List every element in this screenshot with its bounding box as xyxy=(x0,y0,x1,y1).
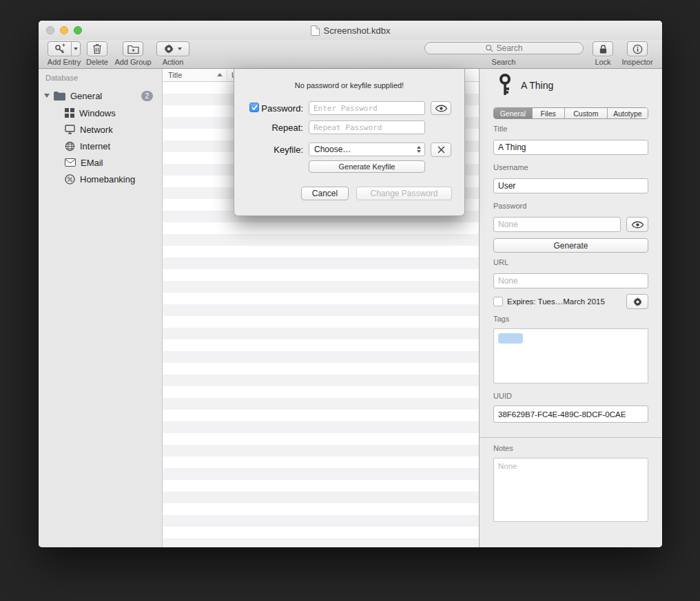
search-icon xyxy=(485,44,493,52)
key-icon xyxy=(496,73,514,96)
clear-keyfile-button[interactable] xyxy=(431,143,451,157)
search-label: Search xyxy=(481,58,526,66)
sidebar-item-email[interactable]: EMail xyxy=(39,154,162,171)
toolbar: Add Entry Delete Add Group Action Search xyxy=(39,40,662,69)
add-group-label: Add Group xyxy=(110,58,156,66)
dialog-message: No password or keyfile supplied! xyxy=(234,81,464,89)
lock-icon xyxy=(599,44,608,54)
gear-icon xyxy=(633,297,642,306)
tag-pill[interactable] xyxy=(498,333,523,344)
delete-button[interactable] xyxy=(87,41,107,56)
tab-autotype[interactable]: Autotype xyxy=(608,108,648,118)
sidebar-section-header: Database xyxy=(45,74,78,82)
expires-settings-button[interactable] xyxy=(626,294,648,309)
keyfile-popup[interactable]: Choose… xyxy=(309,143,425,156)
expires-checkbox[interactable] xyxy=(493,297,503,306)
sidebar-item-homebanking[interactable]: Homebanking xyxy=(39,171,162,187)
chevron-down-icon xyxy=(178,48,182,50)
title-field[interactable] xyxy=(493,140,648,155)
sidebar-item-windows[interactable]: Windows xyxy=(39,105,162,121)
count-badge: 2 xyxy=(141,91,153,101)
generate-password-button[interactable]: Generate xyxy=(493,238,648,253)
divider xyxy=(480,437,662,438)
password-checkbox[interactable] xyxy=(249,103,259,112)
titlebar[interactable]: Screenshot.kdbx xyxy=(39,21,662,40)
url-field-label: URL xyxy=(493,258,508,266)
trash-icon xyxy=(92,43,102,54)
tab-files[interactable]: Files xyxy=(533,108,565,118)
chevron-down-icon xyxy=(74,48,78,50)
inspector-tabs: General Files Custom Autotype xyxy=(493,107,648,119)
tags-box[interactable] xyxy=(493,328,648,383)
folder-icon xyxy=(54,92,65,101)
gear-icon xyxy=(164,44,174,54)
add-group-button[interactable] xyxy=(123,41,143,56)
expires-label: Expires: Tues…March 2015 xyxy=(507,297,605,306)
repeat-password-field[interactable] xyxy=(309,120,425,134)
repeat-label: Repeat: xyxy=(259,123,303,133)
document-icon xyxy=(311,25,320,36)
generate-keyfile-button[interactable]: Generate Keyfile xyxy=(309,160,425,173)
title-field-label: Title xyxy=(493,125,507,133)
inspector-entry-title: A Thing xyxy=(521,80,553,91)
network-icon xyxy=(65,125,75,134)
sort-ascending-icon xyxy=(217,73,223,76)
column-header-title[interactable]: Title xyxy=(168,71,182,79)
keyfile-label: Keyfile: xyxy=(259,145,303,155)
password-field-label: Password xyxy=(493,202,526,210)
tab-custom[interactable]: Custom xyxy=(565,108,608,118)
sidebar-item-label: Windows xyxy=(79,108,116,118)
action-label: Action xyxy=(150,58,196,66)
globe-icon xyxy=(65,141,75,151)
window-title-area: Screenshot.kdbx xyxy=(39,21,662,40)
show-password-button[interactable] xyxy=(431,101,451,115)
sidebar-item-label: Network xyxy=(80,125,113,135)
username-field-label: Username xyxy=(493,163,528,171)
inspector-button[interactable] xyxy=(627,41,648,56)
change-password-dialog: No password or keyfile supplied! Passwor… xyxy=(234,69,465,216)
column-resize-handle[interactable] xyxy=(227,70,227,80)
enter-password-field[interactable] xyxy=(309,101,425,115)
username-field[interactable] xyxy=(493,178,648,193)
change-password-label: Change Password xyxy=(370,189,438,198)
popup-stepper-icon xyxy=(417,146,421,153)
envelope-icon xyxy=(65,158,76,167)
lock-button[interactable] xyxy=(593,41,613,56)
sidebar-item-general[interactable]: General 2 xyxy=(39,87,162,104)
sidebar-item-label: Internet xyxy=(80,141,110,151)
action-button[interactable] xyxy=(156,41,189,56)
disclosure-triangle-icon[interactable] xyxy=(44,94,50,98)
sidebar-item-label: EMail xyxy=(81,158,103,168)
add-entry-button[interactable] xyxy=(48,41,81,56)
password-field[interactable] xyxy=(493,217,621,232)
generate-keyfile-label: Generate Keyfile xyxy=(339,162,395,171)
sidebar-item-network[interactable]: Network xyxy=(39,121,162,138)
eye-icon xyxy=(632,221,644,229)
search-input[interactable]: Search xyxy=(424,42,584,54)
generate-button-label: Generate xyxy=(553,241,588,251)
uuid-field[interactable] xyxy=(493,405,648,423)
percent-coin-icon xyxy=(65,174,75,184)
search-placeholder: Search xyxy=(496,43,522,53)
show-password-button[interactable] xyxy=(626,217,648,232)
notes-field[interactable] xyxy=(493,458,648,522)
window-title: Screenshot.kdbx xyxy=(324,25,391,36)
sidebar-item-label: General xyxy=(70,91,102,101)
cancel-button[interactable]: Cancel xyxy=(301,187,349,200)
sidebar: Database General 2 Windows Network xyxy=(39,69,163,547)
uuid-field-label: UUID xyxy=(493,392,512,400)
keyfile-popup-value: Choose… xyxy=(314,145,351,154)
sidebar-item-label: Homebanking xyxy=(80,174,135,184)
tags-label: Tags xyxy=(493,315,509,323)
url-field[interactable] xyxy=(493,273,648,288)
inspector-panel: A Thing General Files Custom Autotype Ti… xyxy=(479,69,662,547)
folder-plus-icon xyxy=(127,44,139,54)
add-entry-dropdown[interactable] xyxy=(71,42,80,56)
inspector-label: Inspector xyxy=(615,58,660,66)
tab-general[interactable]: General xyxy=(494,108,533,118)
change-password-button[interactable]: Change Password xyxy=(356,187,452,200)
cancel-label: Cancel xyxy=(312,189,338,198)
eye-icon xyxy=(435,105,447,112)
sidebar-item-internet[interactable]: Internet xyxy=(39,138,162,154)
windows-icon xyxy=(65,108,74,118)
